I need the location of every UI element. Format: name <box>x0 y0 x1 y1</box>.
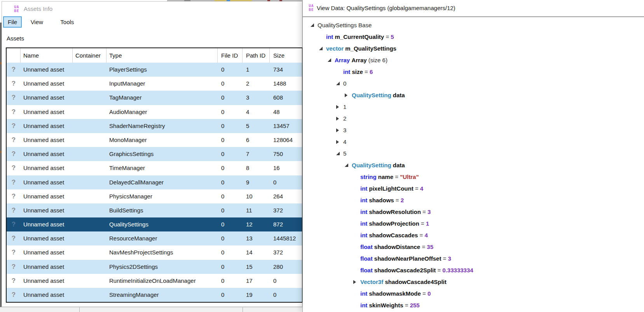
tree-row[interactable]: 1 <box>303 101 644 113</box>
unknown-asset-icon: ? <box>7 203 21 217</box>
tree-row[interactable]: float shadowCascade2Split = 0.33333334 <box>303 265 644 276</box>
cell-size: 608 <box>270 91 302 105</box>
expanded-triangle-icon[interactable] <box>319 43 326 54</box>
cell-name: Unnamed asset <box>21 245 73 259</box>
table-row[interactable]: ?Unnamed assetDelayedCallManager090 <box>7 175 302 189</box>
table-row[interactable]: ?Unnamed assetAudioManager0448 <box>7 105 302 119</box>
cell-path-id: 11 <box>243 203 270 217</box>
tree-row[interactable]: int size = 6 <box>303 66 644 78</box>
header-name[interactable]: Name <box>21 48 73 63</box>
table-row[interactable]: ?Unnamed assetPhysicsManager010264 <box>7 189 302 203</box>
cell-type: StreamingManager <box>106 288 218 302</box>
tree-row[interactable]: int m_CurrentQuality = 5 <box>303 31 644 43</box>
table-row[interactable]: ?Unnamed assetMonoManager06128064 <box>7 133 302 147</box>
table-row[interactable]: ?Unnamed assetStreamingManager0190 <box>7 288 302 302</box>
triangle-glyph <box>353 280 356 284</box>
tree-row[interactable]: int shadows = 2 <box>303 195 644 206</box>
table-row[interactable]: ?Unnamed assetResourceManager0131445812 <box>7 231 302 245</box>
header-icon-col[interactable] <box>7 48 21 63</box>
table-row[interactable]: ?Unnamed assetQualitySettings012872 <box>7 217 302 231</box>
tree-row[interactable]: int shadowProjection = 1 <box>303 218 644 230</box>
header-type[interactable]: Type <box>106 48 218 63</box>
menu-tools[interactable]: Tools <box>56 16 79 28</box>
table-row[interactable]: ?Unnamed assetPlayerSettings01734 <box>7 63 302 77</box>
cell-container <box>73 217 106 231</box>
assets-info-titlebar[interactable]: UA BE Assets Info <box>2 2 302 16</box>
table-row[interactable]: ?Unnamed assetTimeManager0816 <box>7 161 302 175</box>
table-row[interactable]: ?Unnamed assetRuntimeInitializeOnLoadMan… <box>7 274 302 288</box>
tree-text-segment: QualitySetting <box>352 162 391 168</box>
cell-type: NavMeshProjectSettings <box>106 245 218 259</box>
cell-name: Unnamed asset <box>21 288 73 302</box>
cell-file-id: 0 <box>218 133 243 147</box>
tree-row[interactable]: 5 <box>303 148 644 160</box>
collapsed-triangle-icon[interactable] <box>336 113 343 124</box>
expanded-triangle-icon[interactable] <box>336 148 343 160</box>
tree-row[interactable]: Vector3f shadowCascade4Split <box>303 276 644 288</box>
tree-row[interactable]: 0 <box>303 78 644 89</box>
table-row[interactable]: ?Unnamed assetShaderNameRegistry0513457 <box>7 119 302 133</box>
tree-row[interactable]: QualitySetting data <box>303 160 644 171</box>
table-row[interactable]: ?Unnamed assetBuildSettings011372 <box>7 203 302 217</box>
expanded-triangle-icon[interactable] <box>311 19 318 31</box>
expanded-triangle-icon[interactable] <box>336 78 343 89</box>
menu-bar: File View Tools <box>3 16 79 30</box>
table-row[interactable]: ?Unnamed assetNavMeshProjectSettings0143… <box>7 245 302 259</box>
tree-row[interactable]: float shadowDistance = 35 <box>303 241 644 253</box>
tree-row[interactable]: int skinWeights = 255 <box>303 300 644 311</box>
expanded-triangle-icon[interactable] <box>328 54 335 66</box>
tree-row[interactable]: 2 <box>303 113 644 124</box>
cell-type: InputManager <box>106 77 218 91</box>
cell-type: TimeManager <box>106 161 218 175</box>
tree-text-segment: data <box>393 162 405 168</box>
tree-row[interactable]: int shadowCascades = 4 <box>303 230 644 241</box>
collapsed-triangle-icon[interactable] <box>336 124 343 136</box>
tree-row[interactable]: 3 <box>303 124 644 136</box>
expanded-triangle-icon[interactable] <box>345 160 352 171</box>
cell-type: TagManager <box>106 91 218 105</box>
tree-row[interactable]: string name = "Ultra" <box>303 171 644 183</box>
cell-path-id: 5 <box>243 119 270 133</box>
table-row[interactable]: ?Unnamed assetInputManager021488 <box>7 77 302 91</box>
tree-row[interactable]: 4 <box>303 136 644 148</box>
tree-text-segment: Array <box>335 57 350 63</box>
table-row[interactable]: ?Unnamed assetPhysics2DSettings015280 <box>7 260 302 274</box>
collapsed-triangle-icon[interactable] <box>353 276 360 288</box>
uabe-logo-icon: UA BE <box>12 5 21 14</box>
header-size[interactable]: Size <box>270 48 302 63</box>
menu-file[interactable]: File <box>3 16 22 28</box>
tree-text-segment: QualitySettings Base <box>318 22 372 28</box>
tree-row[interactable]: QualitySettings Base <box>303 19 644 31</box>
tree-text-segment: 35 <box>427 244 433 250</box>
triangle-glyph <box>319 47 323 50</box>
tree-row[interactable]: int pixelLightCount = 4 <box>303 183 644 195</box>
tree-row[interactable]: int shadowmaskMode = 0 <box>303 288 644 300</box>
table-row[interactable]: ?Unnamed assetGraphicsSettings07750 <box>7 147 302 161</box>
tree-row[interactable]: int shadowResolution = 3 <box>303 206 644 218</box>
cell-file-id: 0 <box>218 203 243 217</box>
tree-row[interactable]: QualitySetting data <box>303 89 644 101</box>
header-container[interactable]: Container <box>73 48 106 63</box>
tree-row[interactable]: vector m_QualitySettings <box>303 43 644 54</box>
header-file-id[interactable]: File ID <box>218 48 243 63</box>
unknown-asset-icon: ? <box>7 231 21 245</box>
triangle-glyph <box>336 105 339 109</box>
view-data-titlebar[interactable]: UA BE View Data: QualitySettings (global… <box>303 0 644 17</box>
menu-view[interactable]: View <box>26 16 48 28</box>
cell-name: Unnamed asset <box>21 189 73 203</box>
table-row[interactable]: ?Unnamed assetTagManager03608 <box>7 91 302 105</box>
cell-container <box>73 161 106 175</box>
cell-type: MonoManager <box>106 133 218 147</box>
header-path-id[interactable]: Path ID <box>243 48 270 63</box>
cell-name: Unnamed asset <box>21 133 73 147</box>
tree-row[interactable]: float shadowNearPlaneOffset = 3 <box>303 253 644 265</box>
collapsed-triangle-icon[interactable] <box>345 89 352 101</box>
cell-container <box>73 77 106 91</box>
tree-text-segment: 1 <box>426 220 429 227</box>
collapsed-triangle-icon[interactable] <box>336 136 343 148</box>
cell-size: 1488 <box>270 77 302 91</box>
tree-text-segment: string <box>360 174 377 180</box>
cell-size: 48 <box>270 105 302 119</box>
collapsed-triangle-icon[interactable] <box>336 101 343 113</box>
tree-row[interactable]: Array Array (size 6) <box>303 54 644 66</box>
